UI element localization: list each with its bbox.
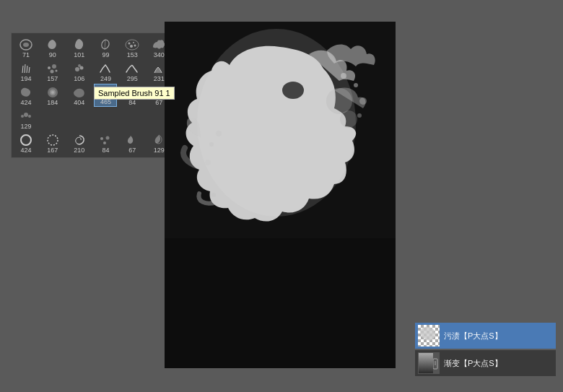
brush-cell-90[interactable]: 90 [41,36,64,59]
brush-icon-153 [124,38,140,52]
svg-point-18 [78,64,81,67]
canvas-area[interactable] [165,22,396,368]
brush-cell-295[interactable]: 295 [121,60,144,83]
brush-size-84b: 84 [102,147,109,154]
svg-point-43 [209,142,214,147]
brush-size-295: 295 [127,76,138,82]
canvas-content [165,22,396,368]
brush-cell-184[interactable]: 184 [41,84,64,107]
brush-icon-404 [71,85,87,100]
brush-size-84a: 84 [128,100,136,106]
svg-point-35 [326,88,352,114]
layer-panel[interactable]: 污渍【P大点S】 渐变【P大点S】 [415,323,556,378]
brush-cell-71[interactable]: 71 [14,36,38,59]
brush-size-101: 101 [74,52,84,58]
brush-icon-71 [18,38,34,52]
brush-size-424b: 424 [20,147,31,154]
brush-icon-424a [18,85,34,100]
brush-icon-106 [71,61,87,76]
brush-size-424a: 424 [20,100,31,106]
brush-cell-249[interactable]: 249 [94,60,117,83]
brush-cell-153[interactable]: 153 [121,36,144,59]
layer-thumb-2 [418,352,440,374]
brush-icon-424b [18,133,34,147]
brush-cell-empty2 [68,108,91,131]
brush-icon-184 [45,85,61,100]
svg-point-36 [340,110,357,128]
brush-cell-167[interactable]: 167 [41,131,64,154]
svg-point-1 [23,43,29,47]
brush-cell-empty1 [41,108,64,131]
svg-rect-46 [165,238,396,368]
brush-size-153: 153 [127,52,138,58]
brush-size-404: 404 [74,100,84,106]
brush-cell-465[interactable]: 465 [94,84,117,107]
brush-cell-424a[interactable]: 424 [14,84,38,107]
brush-size-231: 231 [154,76,165,82]
brush-size-194: 194 [20,76,31,82]
brush-size-129a: 129 [20,123,31,130]
svg-point-45 [211,193,216,197]
brush-icon-210 [71,133,87,147]
svg-point-5 [133,42,134,43]
brush-size-106: 106 [74,76,84,82]
svg-line-9 [25,64,25,73]
brush-icon-167 [45,133,61,147]
brush-cell-84a[interactable]: 84 [121,84,144,107]
svg-point-12 [48,66,51,69]
svg-point-37 [282,82,304,99]
brush-cell-194[interactable]: 194 [14,60,38,83]
svg-point-31 [106,136,110,140]
svg-point-28 [21,135,31,145]
brush-cell-101[interactable]: 101 [68,36,91,59]
svg-point-15 [55,70,57,72]
brush-size-157: 157 [47,76,58,82]
svg-point-13 [52,64,56,69]
brush-cell-99[interactable]: 99 [94,36,117,59]
brush-grid: 71 90 101 99 153 [14,36,173,154]
brush-cell-157[interactable]: 157 [41,60,64,83]
brush-size-90: 90 [49,52,56,58]
brush-cell-404[interactable]: 404 [68,84,91,107]
svg-point-42 [216,131,222,136]
brush-size-210: 210 [74,147,84,154]
brush-icon-295 [124,61,140,76]
svg-line-2 [105,40,105,50]
svg-point-14 [50,70,53,74]
svg-point-23 [160,90,162,92]
svg-point-27 [28,115,31,118]
svg-point-16 [75,67,79,71]
brush-cell-424b[interactable]: 424 [14,131,38,154]
brush-cell-129a[interactable]: 129 [14,108,38,131]
svg-rect-47 [433,359,437,369]
brush-cell-210[interactable]: 210 [68,131,91,154]
svg-point-24 [157,94,161,97]
svg-point-7 [134,45,136,47]
brush-panel[interactable]: 71 90 101 99 153 [11,32,177,158]
svg-point-25 [21,115,24,118]
svg-point-4 [128,43,131,45]
svg-point-30 [100,137,103,140]
svg-rect-51 [419,353,433,374]
brush-size-465: 465 [100,99,111,105]
svg-line-8 [22,66,23,73]
brush-size-167: 167 [47,147,58,154]
brush-cell-84b[interactable]: 84 [94,131,117,154]
brush-size-71: 71 [22,52,30,58]
brush-cell-empty4 [121,108,144,131]
svg-point-39 [354,83,358,87]
svg-line-11 [29,67,30,73]
svg-line-10 [27,66,27,73]
brush-icon-67b [124,133,140,147]
svg-point-38 [341,73,346,79]
layer-item-2[interactable]: 渐变【P大点S】 [415,350,556,376]
brush-icon-129a [18,109,34,123]
brush-size-67a: 67 [155,100,162,106]
brush-icon-84b [97,133,113,147]
layer-item-1[interactable]: 污渍【P大点S】 [415,323,556,349]
brush-cell-106[interactable]: 106 [68,60,91,83]
brush-size-249: 249 [100,76,111,82]
brush-icon-157 [45,61,61,76]
brush-cell-67b[interactable]: 67 [121,131,144,154]
layer-name-1: 污渍【P大点S】 [444,331,502,341]
